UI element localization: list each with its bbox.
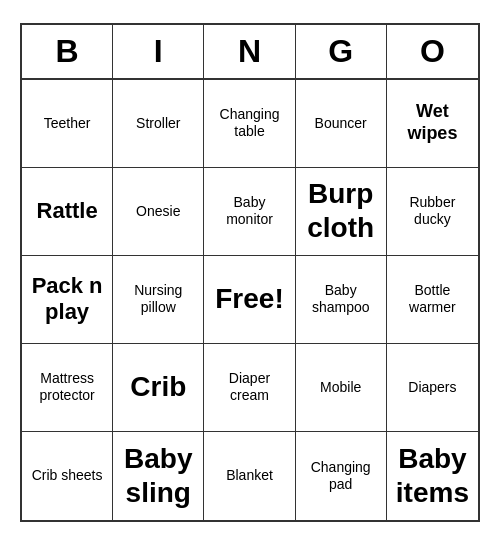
cell-text-5: Wet wipes: [391, 101, 474, 144]
bingo-cell-12[interactable]: Nursing pillow: [113, 256, 204, 344]
cell-text-25: Baby items: [391, 442, 474, 509]
header-n: N: [204, 25, 295, 78]
cell-text-18: Diaper cream: [208, 370, 290, 404]
cell-text-4: Bouncer: [315, 115, 367, 132]
header-b: B: [22, 25, 113, 78]
header-g: G: [296, 25, 387, 78]
cell-text-15: Bottle warmer: [391, 282, 474, 316]
bingo-card: B I N G O TeetherStrollerChanging tableB…: [20, 23, 480, 522]
bingo-cell-18[interactable]: Diaper cream: [204, 344, 295, 432]
bingo-header: B I N G O: [22, 25, 478, 80]
bingo-cell-3[interactable]: Changing table: [204, 80, 295, 168]
cell-text-14: Baby shampoo: [300, 282, 382, 316]
cell-text-10: Rubber ducky: [391, 194, 474, 228]
cell-text-12: Nursing pillow: [117, 282, 199, 316]
bingo-cell-23[interactable]: Blanket: [204, 432, 295, 520]
header-o: O: [387, 25, 478, 78]
bingo-cell-9[interactable]: Burp cloth: [296, 168, 387, 256]
bingo-cell-13[interactable]: Free!: [204, 256, 295, 344]
cell-text-20: Diapers: [408, 379, 456, 396]
cell-text-6: Rattle: [37, 198, 98, 224]
cell-text-16: Mattress protector: [26, 370, 108, 404]
cell-text-11: Pack n play: [26, 273, 108, 326]
cell-text-8: Baby monitor: [208, 194, 290, 228]
bingo-cell-8[interactable]: Baby monitor: [204, 168, 295, 256]
cell-text-3: Changing table: [208, 106, 290, 140]
cell-text-19: Mobile: [320, 379, 361, 396]
bingo-cell-14[interactable]: Baby shampoo: [296, 256, 387, 344]
header-i: I: [113, 25, 204, 78]
bingo-cell-16[interactable]: Mattress protector: [22, 344, 113, 432]
cell-text-23: Blanket: [226, 467, 273, 484]
bingo-cell-11[interactable]: Pack n play: [22, 256, 113, 344]
cell-text-13: Free!: [215, 282, 283, 316]
cell-text-21: Crib sheets: [32, 467, 103, 484]
cell-text-22: Baby sling: [117, 442, 199, 509]
cell-text-17: Crib: [130, 370, 186, 404]
bingo-cell-24[interactable]: Changing pad: [296, 432, 387, 520]
cell-text-24: Changing pad: [300, 459, 382, 493]
bingo-cell-7[interactable]: Onesie: [113, 168, 204, 256]
bingo-cell-17[interactable]: Crib: [113, 344, 204, 432]
cell-text-1: Teether: [44, 115, 91, 132]
bingo-cell-4[interactable]: Bouncer: [296, 80, 387, 168]
bingo-cell-1[interactable]: Teether: [22, 80, 113, 168]
bingo-cell-21[interactable]: Crib sheets: [22, 432, 113, 520]
bingo-cell-5[interactable]: Wet wipes: [387, 80, 478, 168]
bingo-cell-15[interactable]: Bottle warmer: [387, 256, 478, 344]
bingo-cell-19[interactable]: Mobile: [296, 344, 387, 432]
bingo-grid: TeetherStrollerChanging tableBouncerWet …: [22, 80, 478, 520]
bingo-cell-22[interactable]: Baby sling: [113, 432, 204, 520]
cell-text-7: Onesie: [136, 203, 180, 220]
bingo-cell-6[interactable]: Rattle: [22, 168, 113, 256]
bingo-cell-2[interactable]: Stroller: [113, 80, 204, 168]
cell-text-9: Burp cloth: [300, 177, 382, 244]
bingo-cell-10[interactable]: Rubber ducky: [387, 168, 478, 256]
bingo-cell-20[interactable]: Diapers: [387, 344, 478, 432]
bingo-cell-25[interactable]: Baby items: [387, 432, 478, 520]
cell-text-2: Stroller: [136, 115, 180, 132]
